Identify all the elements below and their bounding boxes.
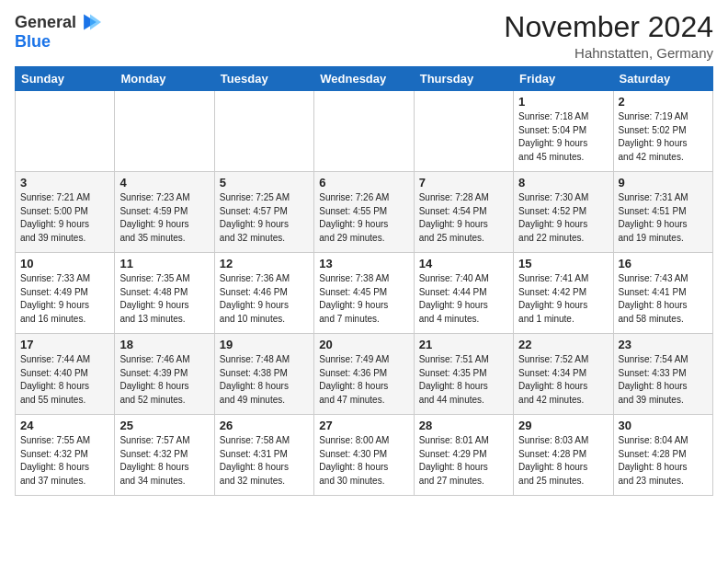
calendar-cell-w2d6: 8Sunrise: 7:30 AM Sunset: 4:52 PM Daylig…	[514, 172, 613, 253]
logo-general: General	[15, 14, 76, 30]
calendar-cell-w3d3: 12Sunrise: 7:36 AM Sunset: 4:46 PM Dayli…	[214, 253, 313, 334]
day-info: Sunrise: 7:54 AM Sunset: 4:33 PM Dayligh…	[619, 353, 708, 407]
calendar-cell-w5d3: 26Sunrise: 7:58 AM Sunset: 4:31 PM Dayli…	[214, 415, 313, 496]
day-info: Sunrise: 7:26 AM Sunset: 4:55 PM Dayligh…	[319, 191, 408, 245]
svg-marker-1	[90, 14, 101, 29]
calendar-cell-w4d6: 22Sunrise: 7:52 AM Sunset: 4:34 PM Dayli…	[514, 334, 613, 415]
calendar-cell-w2d2: 4Sunrise: 7:23 AM Sunset: 4:59 PM Daylig…	[115, 172, 214, 253]
calendar-cell-w3d5: 14Sunrise: 7:40 AM Sunset: 4:44 PM Dayli…	[414, 253, 513, 334]
day-info: Sunrise: 7:33 AM Sunset: 4:49 PM Dayligh…	[20, 272, 109, 326]
day-info: Sunrise: 7:52 AM Sunset: 4:34 PM Dayligh…	[518, 353, 608, 407]
weekday-thursday: Thursday	[414, 67, 513, 91]
title-area: November 2024 Hahnstatten, Germany	[504, 11, 713, 61]
day-info: Sunrise: 7:58 AM Sunset: 4:31 PM Dayligh…	[220, 434, 309, 488]
weekday-saturday: Saturday	[613, 67, 712, 91]
day-number: 10	[20, 257, 109, 270]
day-info: Sunrise: 7:36 AM Sunset: 4:46 PM Dayligh…	[220, 272, 309, 326]
calendar-cell-w1d5	[414, 91, 513, 172]
day-info: Sunrise: 7:44 AM Sunset: 4:40 PM Dayligh…	[20, 353, 109, 407]
calendar-cell-w2d7: 9Sunrise: 7:31 AM Sunset: 4:51 PM Daylig…	[613, 172, 712, 253]
calendar-week-4: 17Sunrise: 7:44 AM Sunset: 4:40 PM Dayli…	[16, 334, 713, 415]
weekday-sunday: Sunday	[16, 67, 115, 91]
calendar-week-1: 1Sunrise: 7:18 AM Sunset: 5:04 PM Daylig…	[16, 91, 713, 172]
day-number: 13	[319, 257, 408, 270]
calendar-cell-w3d7: 16Sunrise: 7:43 AM Sunset: 4:41 PM Dayli…	[613, 253, 712, 334]
day-number: 4	[119, 176, 209, 190]
calendar-week-2: 3Sunrise: 7:21 AM Sunset: 5:00 PM Daylig…	[16, 172, 713, 253]
calendar-cell-w1d7: 2Sunrise: 7:19 AM Sunset: 5:02 PM Daylig…	[613, 91, 712, 172]
calendar-cell-w1d1	[16, 91, 115, 172]
day-number: 22	[518, 338, 608, 351]
day-number: 30	[619, 419, 708, 432]
day-info: Sunrise: 7:55 AM Sunset: 4:32 PM Dayligh…	[20, 434, 109, 488]
calendar-cell-w2d1: 3Sunrise: 7:21 AM Sunset: 5:00 PM Daylig…	[16, 172, 115, 253]
calendar-cell-w3d6: 15Sunrise: 7:41 AM Sunset: 4:42 PM Dayli…	[514, 253, 613, 334]
day-number: 3	[20, 176, 109, 190]
day-number: 9	[619, 176, 708, 190]
day-info: Sunrise: 7:49 AM Sunset: 4:36 PM Dayligh…	[319, 353, 408, 407]
calendar-cell-w5d7: 30Sunrise: 8:04 AM Sunset: 4:28 PM Dayli…	[613, 415, 712, 496]
calendar-cell-w5d5: 28Sunrise: 8:01 AM Sunset: 4:29 PM Dayli…	[414, 415, 513, 496]
day-info: Sunrise: 7:41 AM Sunset: 4:42 PM Dayligh…	[518, 272, 608, 326]
day-number: 1	[518, 95, 608, 109]
day-number: 11	[119, 257, 209, 270]
weekday-monday: Monday	[115, 67, 214, 91]
calendar-cell-w1d3	[214, 91, 313, 172]
day-number: 16	[619, 257, 708, 270]
day-number: 7	[419, 176, 508, 190]
day-number: 15	[518, 257, 608, 270]
calendar-cell-w1d2	[115, 91, 214, 172]
day-info: Sunrise: 7:19 AM Sunset: 5:02 PM Dayligh…	[619, 110, 708, 164]
calendar-cell-w3d2: 11Sunrise: 7:35 AM Sunset: 4:48 PM Dayli…	[115, 253, 214, 334]
calendar-cell-w4d2: 18Sunrise: 7:46 AM Sunset: 4:39 PM Dayli…	[115, 334, 214, 415]
day-number: 2	[619, 95, 708, 109]
day-number: 8	[518, 176, 608, 190]
day-info: Sunrise: 8:01 AM Sunset: 4:29 PM Dayligh…	[419, 434, 508, 488]
calendar-cell-w1d4	[314, 91, 414, 172]
logo-blue: Blue	[15, 33, 101, 50]
day-info: Sunrise: 7:51 AM Sunset: 4:35 PM Dayligh…	[419, 353, 508, 407]
calendar-cell-w2d3: 5Sunrise: 7:25 AM Sunset: 4:57 PM Daylig…	[214, 172, 313, 253]
title-month: November 2024	[504, 11, 713, 43]
day-number: 28	[419, 419, 508, 432]
day-info: Sunrise: 8:03 AM Sunset: 4:28 PM Dayligh…	[518, 434, 608, 488]
header: General Blue November 2024 Hahnstatten, …	[15, 11, 713, 61]
page: General Blue November 2024 Hahnstatten, …	[0, 0, 728, 563]
calendar-week-3: 10Sunrise: 7:33 AM Sunset: 4:49 PM Dayli…	[16, 253, 713, 334]
day-info: Sunrise: 8:00 AM Sunset: 4:30 PM Dayligh…	[319, 434, 408, 488]
day-info: Sunrise: 7:18 AM Sunset: 5:04 PM Dayligh…	[518, 110, 608, 164]
logo-icon	[79, 11, 101, 33]
logo: General Blue	[15, 11, 101, 50]
day-number: 24	[20, 419, 109, 432]
calendar-cell-w5d2: 25Sunrise: 7:57 AM Sunset: 4:32 PM Dayli…	[115, 415, 214, 496]
day-info: Sunrise: 7:28 AM Sunset: 4:54 PM Dayligh…	[419, 191, 508, 245]
calendar-cell-w4d3: 19Sunrise: 7:48 AM Sunset: 4:38 PM Dayli…	[214, 334, 313, 415]
day-number: 27	[319, 419, 408, 432]
day-info: Sunrise: 7:48 AM Sunset: 4:38 PM Dayligh…	[220, 353, 309, 407]
day-info: Sunrise: 7:57 AM Sunset: 4:32 PM Dayligh…	[119, 434, 209, 488]
calendar-cell-w5d1: 24Sunrise: 7:55 AM Sunset: 4:32 PM Dayli…	[16, 415, 115, 496]
day-number: 12	[220, 257, 309, 270]
day-number: 14	[419, 257, 508, 270]
day-number: 26	[220, 419, 309, 432]
day-number: 6	[319, 176, 408, 190]
day-info: Sunrise: 8:04 AM Sunset: 4:28 PM Dayligh…	[619, 434, 708, 488]
day-info: Sunrise: 7:35 AM Sunset: 4:48 PM Dayligh…	[119, 272, 209, 326]
calendar-cell-w2d4: 6Sunrise: 7:26 AM Sunset: 4:55 PM Daylig…	[314, 172, 414, 253]
calendar-cell-w2d5: 7Sunrise: 7:28 AM Sunset: 4:54 PM Daylig…	[414, 172, 513, 253]
day-number: 5	[220, 176, 309, 190]
calendar-cell-w4d4: 20Sunrise: 7:49 AM Sunset: 4:36 PM Dayli…	[314, 334, 414, 415]
day-number: 17	[20, 338, 109, 351]
day-info: Sunrise: 7:21 AM Sunset: 5:00 PM Dayligh…	[20, 191, 109, 245]
calendar-cell-w3d1: 10Sunrise: 7:33 AM Sunset: 4:49 PM Dayli…	[16, 253, 115, 334]
day-number: 19	[220, 338, 309, 351]
day-number: 18	[119, 338, 209, 351]
calendar-cell-w1d6: 1Sunrise: 7:18 AM Sunset: 5:04 PM Daylig…	[514, 91, 613, 172]
day-number: 21	[419, 338, 508, 351]
calendar-header-row: Sunday Monday Tuesday Wednesday Thursday…	[16, 67, 713, 91]
calendar-cell-w3d4: 13Sunrise: 7:38 AM Sunset: 4:45 PM Dayli…	[314, 253, 414, 334]
day-number: 23	[619, 338, 708, 351]
day-info: Sunrise: 7:43 AM Sunset: 4:41 PM Dayligh…	[619, 272, 708, 326]
weekday-friday: Friday	[514, 67, 613, 91]
calendar-cell-w5d6: 29Sunrise: 8:03 AM Sunset: 4:28 PM Dayli…	[514, 415, 613, 496]
